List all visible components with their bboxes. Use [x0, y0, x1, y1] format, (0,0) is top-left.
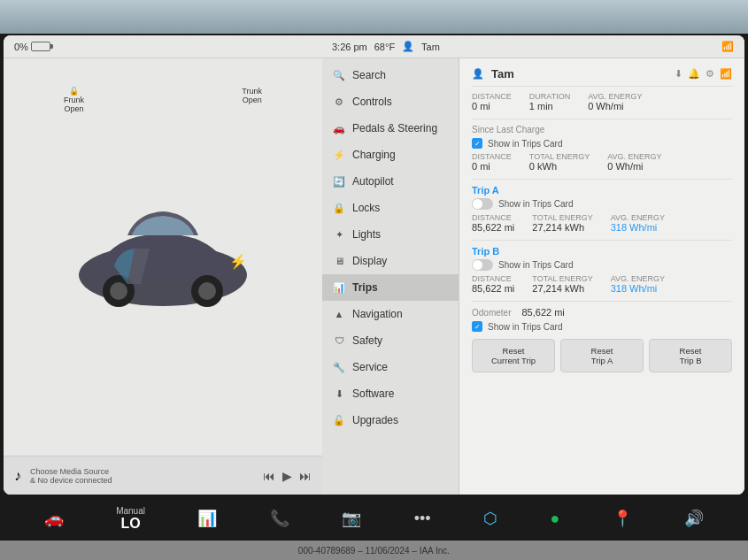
autopilot-icon: 🔄: [333, 176, 345, 188]
taskbar-drive-mode[interactable]: Manual LO: [116, 506, 145, 532]
svg-point-4: [198, 282, 216, 300]
nav-item-safety[interactable]: 🛡 Safety: [322, 327, 459, 354]
status-right: 📶: [721, 41, 734, 52]
nav-label-search: Search: [352, 69, 386, 81]
slc-avg-value: 0 Wh/mi: [607, 161, 661, 172]
since-last-charge-show-label: Show in Trips Card: [488, 139, 562, 149]
charging-icon: ⚡: [333, 150, 345, 161]
user-header: 👤 Tam ⬇ 🔔 ⚙ 📶: [472, 67, 732, 87]
nav-item-upgrades[interactable]: 🔓 Upgrades: [322, 407, 459, 433]
since-last-charge-checkbox[interactable]: [472, 138, 482, 149]
status-center: 3:26 pm 68°F 👤 Tam: [58, 41, 714, 52]
play-button[interactable]: ▶: [282, 469, 292, 483]
nav-label-lights: Lights: [352, 228, 381, 241]
nav-label-trips: Trips: [352, 281, 378, 294]
nav-item-trips[interactable]: 📊 Trips: [322, 274, 459, 301]
nav-label-navigation: Navigation: [352, 308, 403, 320]
nav-item-charging[interactable]: ⚡ Charging: [322, 142, 459, 168]
ta-distance-label: Distance: [472, 213, 514, 222]
trip-b-toggle[interactable]: [472, 259, 493, 271]
safety-icon: 🛡: [333, 335, 345, 346]
reset-trip-b-button[interactable]: ResetTrip B: [649, 339, 732, 372]
taskbar-phone-icon[interactable]: 📞: [270, 509, 289, 528]
nav-menu: 🔍 Search ⚙ Controls 🚗 Pedals & Steering …: [322, 58, 459, 495]
reset-trip-a-button[interactable]: ResetTrip A: [560, 339, 644, 372]
taskbar-car-icon[interactable]: 🚗: [44, 509, 64, 528]
since-last-charge-stats: Distance 0 mi Total Energy 0 kWh Avg. En…: [472, 152, 732, 172]
display-icon: 🖥: [333, 256, 345, 266]
odometer-value: 85,622 mi: [521, 307, 564, 318]
nav-item-search[interactable]: 🔍 Search: [322, 62, 459, 88]
taskbar: 🚗 Manual LO 📊 📞 📷 ••• ⬡ ● 📍 🔊: [0, 496, 748, 541]
duration-label: Duration: [529, 92, 570, 101]
divider-1: [472, 119, 732, 119]
nav-label-service: Service: [352, 361, 388, 373]
nav-item-locks[interactable]: 🔒 Locks: [322, 195, 459, 221]
nav-item-controls[interactable]: ⚙ Controls: [322, 88, 459, 115]
nav-item-display[interactable]: 🖥 Display: [322, 248, 459, 274]
nav-label-pedals: Pedals & Steering: [352, 122, 437, 134]
nav-label-controls: Controls: [352, 96, 392, 108]
taskbar-spotify-icon[interactable]: ●: [551, 510, 560, 528]
ta-avg-label: Avg. Energy: [611, 213, 665, 222]
software-icon: ⬇: [333, 388, 345, 400]
ta-total-energy: Total Energy 27,214 kWh: [532, 213, 592, 233]
status-bar: 0% 3:26 pm 68°F 👤 Tam 📶: [4, 35, 744, 58]
nav-item-autopilot[interactable]: 🔄 Autopilot: [322, 168, 459, 195]
trip-a-toggle[interactable]: [472, 198, 493, 210]
battery-icon: [31, 42, 50, 51]
info-bar-text: 000-40789689 – 11/06/2024 – IAA Inc.: [298, 546, 450, 556]
taskbar-volume-icon[interactable]: 🔊: [684, 509, 704, 528]
download-icon[interactable]: ⬇: [675, 68, 682, 80]
battery-percent: 0%: [14, 42, 28, 52]
trip-a-section: Trip A Show in Trips Card Distance 85,62…: [472, 185, 732, 233]
taskbar-more-icon[interactable]: •••: [414, 510, 431, 528]
reset-current-trip-button[interactable]: ResetCurrent Trip: [472, 339, 555, 372]
trip-a-title: Trip A: [472, 185, 732, 196]
taskbar-maps-icon[interactable]: 📍: [613, 509, 632, 528]
nav-item-pedals[interactable]: 🚗 Pedals & Steering: [322, 115, 459, 142]
distance-label: Distance: [472, 92, 512, 101]
media-controls[interactable]: ⏮ ▶ ⏭: [263, 469, 312, 483]
prev-button[interactable]: ⏮: [263, 469, 275, 483]
settings-icon[interactable]: ⚙: [706, 68, 714, 80]
battery-area: 0%: [14, 42, 50, 52]
tb-avg-value: 318 Wh/mi: [611, 283, 665, 294]
slc-avg-energy: Avg. Energy 0 Wh/mi: [607, 152, 661, 172]
tb-distance: Distance 85,622 mi: [472, 274, 514, 294]
service-icon: 🔧: [333, 362, 345, 373]
status-user: Tam: [421, 42, 440, 52]
ta-energy-value: 27,214 kWh: [532, 222, 592, 233]
search-icon: 🔍: [333, 70, 345, 81]
slc-distance: Distance 0 mi: [472, 152, 512, 172]
nav-label-locks: Locks: [352, 202, 380, 214]
since-last-charge-title: Since Last Charge: [472, 125, 732, 134]
taskbar-camera-icon[interactable]: 📷: [342, 509, 361, 528]
nav-item-service[interactable]: 🔧 Service: [322, 354, 459, 380]
bell-icon[interactable]: 🔔: [688, 68, 700, 80]
distance-value: 0 mi: [472, 101, 512, 111]
trip-a-show-row: Show in Trips Card: [472, 198, 732, 210]
odometer-checkbox[interactable]: [472, 321, 482, 332]
pedals-icon: 🚗: [333, 123, 345, 134]
wifi-icon: 📶: [721, 41, 734, 52]
trip-b-section: Trip B Show in Trips Card Distance 85,62…: [472, 246, 732, 294]
trip-b-title: Trip B: [472, 246, 732, 257]
nav-item-lights[interactable]: ✦ Lights: [322, 221, 459, 248]
nav-label-autopilot: Autopilot: [352, 175, 394, 188]
nav-item-navigation[interactable]: ▲ Navigation: [322, 301, 459, 327]
taskbar-bluetooth-icon[interactable]: ⬡: [483, 509, 497, 528]
nav-label-display: Display: [352, 255, 387, 267]
tb-total-energy: Total Energy 27,214 kWh: [532, 274, 592, 294]
tb-distance-value: 85,622 mi: [472, 283, 514, 294]
taskbar-equalizer-icon[interactable]: 📊: [197, 509, 217, 528]
drive-mode-label: Manual: [116, 506, 145, 516]
media-info: Choose Media Source & No device connecte…: [30, 467, 254, 485]
nav-label-charging: Charging: [352, 149, 396, 161]
divider-3: [472, 240, 732, 241]
media-device-text: & No device connected: [30, 476, 254, 485]
odometer-show-row: Show in Trips Card: [472, 321, 732, 332]
next-button[interactable]: ⏭: [299, 469, 312, 483]
user-action-icons: ⬇ 🔔 ⚙ 📶: [675, 68, 732, 80]
nav-item-software[interactable]: ⬇ Software: [322, 380, 459, 407]
